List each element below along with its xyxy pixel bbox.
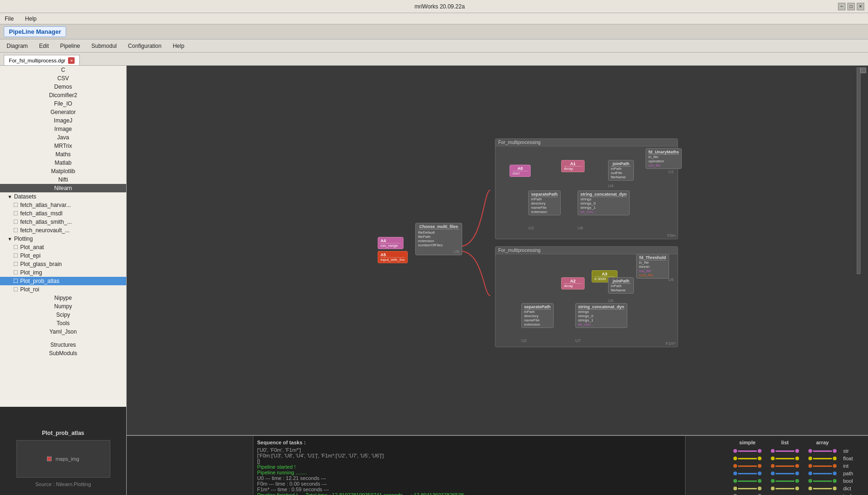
sidebar-item-fileio[interactable]: File_IO — [0, 99, 126, 108]
scroll-corner — [860, 68, 866, 73]
sidebar-item-matplotlib[interactable]: Matplotlib — [0, 167, 126, 175]
group-top: For_multiprocessing F0m A0 start A1 Arra… — [495, 138, 678, 239]
legend-path-label: path — [841, 471, 860, 476]
sidebar-preview-source: Source : Nilearn.Plotting — [35, 481, 91, 487]
node-u4-label: U4 — [608, 183, 614, 188]
window-title: mriWorks 20.09.22a — [41, 3, 838, 10]
sidebar-item-plot-epi[interactable]: ☐ Plot_epi — [0, 251, 126, 260]
sidebar-item-submoduls[interactable]: SubModuls — [0, 349, 126, 358]
sidebar-item-scipy[interactable]: Scipy — [0, 311, 126, 319]
toolbar-diagram[interactable]: Diagram — [4, 42, 30, 50]
node-separatepath-bottom[interactable]: separatePath inPath directory nameFile e… — [521, 303, 554, 328]
node-a4[interactable]: A4 csv_range — [378, 237, 404, 249]
sidebar-item-structures[interactable]: Structures — [0, 341, 126, 349]
sidebar-item-nifti[interactable]: Nifti — [0, 175, 126, 184]
sidebar-item-csv[interactable]: CSV — [0, 74, 126, 83]
node-choose-multi-files[interactable]: Choose_multi_files fileDefault filePath … — [415, 223, 462, 255]
sidebar-item-nilearn[interactable]: Nilearn — [0, 184, 126, 192]
tab-close-button[interactable]: × — [68, 57, 75, 64]
node-separatepath-top[interactable]: separatePath inPath directory nameFile e… — [528, 190, 561, 215]
node-joinpath-top[interactable]: joinPath inPath outFile fileName — [608, 160, 634, 181]
file-icon4: ☐ — [13, 227, 18, 234]
sidebar-item-fetch-neurovault[interactable]: ☐ fetch_neurovault_... — [0, 226, 126, 235]
legend-float-label: float — [841, 456, 860, 461]
sidebar-plotting-group[interactable]: ▼ Plotting — [0, 235, 126, 243]
minimize-button[interactable]: − — [838, 3, 845, 10]
sidebar-item-yaml-json[interactable]: Yaml_Json — [0, 327, 126, 336]
sidebar-datasets-group[interactable]: ▼ Datasets — [0, 192, 126, 201]
legend-bool-label: bool — [841, 478, 860, 484]
node-joinpath-bottom[interactable]: joinPath inPath fileName — [608, 277, 634, 294]
window-controls[interactable]: − □ × — [838, 3, 864, 10]
menu-file[interactable]: File — [2, 15, 16, 23]
legend-int-label: int — [841, 463, 860, 469]
log-line-pipeline-finished: Pipeline finished ! --- Total time : 12.… — [257, 492, 681, 495]
node-fd-threshold[interactable]: fd_Threshold in_file thresh out_file con… — [636, 254, 669, 279]
toolbar-configuration[interactable]: Configuration — [125, 42, 164, 50]
toolbar-pipeline[interactable]: Pipeline — [57, 42, 83, 50]
close-button[interactable]: × — [857, 3, 864, 10]
sidebar-item-matlab[interactable]: Matlab — [0, 159, 126, 167]
sidebar-item-plot-prob-atlas[interactable]: ☐ Plot_prob_atlas — [0, 277, 126, 285]
toolbar-help[interactable]: Help — [170, 42, 187, 50]
legend-header-array: array — [804, 440, 841, 445]
sidebar-item-imagej[interactable]: ImageJ — [0, 116, 126, 125]
log-line-pipeline-running: Pipeline running ........ — [257, 470, 681, 475]
log-line-0: ['U0', 'F0m', 'F1m*'] — [257, 447, 681, 453]
maximize-button[interactable]: □ — [847, 3, 855, 10]
sidebar-item-java[interactable]: Java — [0, 133, 126, 142]
sidebar-item-numpy[interactable]: Numpy — [0, 302, 126, 311]
sidebar-item-plot-anat[interactable]: ☐ Plot_anat — [0, 243, 126, 251]
sidebar-item-demos[interactable]: Demos — [0, 83, 126, 91]
node-fd-unarymaths[interactable]: fd_UnaryMaths in_file operation out_file — [646, 148, 682, 169]
file-icon6: ☐ — [13, 252, 18, 259]
node-string-concat-bottom[interactable]: string_concatenat_dyn strings strings_0 … — [575, 303, 627, 328]
node-string-concat-top[interactable]: string_concatenat_dyn strings strings_0 … — [578, 190, 630, 215]
sidebar-item-nipype[interactable]: Nipype — [0, 294, 126, 302]
sidebar-item-fetch-atlas-harvar[interactable]: ☐ fetch_atlas_harvar... — [0, 201, 126, 209]
toolbar-submodul[interactable]: Submodul — [89, 42, 120, 50]
pipeline-canvas-area[interactable]: For_multiprocessing F0m A0 start A1 Arra… — [127, 66, 868, 435]
sidebar-item-fetch-atlas-msdl[interactable]: ☐ fetch_atlas_msdl — [0, 209, 126, 218]
scrollbar-vertical[interactable] — [857, 68, 860, 274]
toolbar-edit[interactable]: Edit — [36, 42, 52, 50]
legend-tuple-label: tuple — [841, 493, 860, 495]
node-u1-label: U1 — [668, 169, 674, 174]
tab-main[interactable]: For_fsl_multiprocess.dgr × — [4, 55, 80, 65]
sidebar-item-plot-glass-brain[interactable]: ☐ Plot_glass_brain — [0, 260, 126, 268]
sidebar-item-irmage[interactable]: Irmage — [0, 125, 126, 133]
node-a1-array[interactable]: A1 Array — [561, 160, 585, 172]
sidebar-item-c[interactable]: C — [0, 66, 126, 74]
node-preview-box: maps_img — [16, 440, 110, 478]
sidebar-item-mrtrix[interactable]: MRTrix — [0, 142, 126, 150]
legend-panel: simple list array — [685, 436, 868, 495]
sidebar: C CSV Demos Dicomifier2 File_IO Generato… — [0, 66, 127, 495]
sidebar-item-tools[interactable]: Tools — [0, 319, 126, 327]
menu-help[interactable]: Help — [22, 15, 39, 23]
file-icon2: ☐ — [13, 210, 18, 217]
sidebar-item-fetch-atlas-smith[interactable]: ☐ fetch_atlas_smith_... — [0, 218, 126, 226]
node-a0-start[interactable]: A0 start — [510, 165, 531, 177]
group-top-label: F0m — [667, 233, 676, 238]
node-u3-label: U3 — [528, 226, 534, 230]
sidebar-item-plot-img[interactable]: ☐ Plot_img — [0, 268, 126, 277]
log-line-2: [] — [257, 458, 681, 464]
node-a2-array[interactable]: A2 Array — [561, 277, 585, 289]
node-a5[interactable]: A5 input_with_foo — [378, 251, 408, 263]
app-title[interactable]: PipeLine Manager — [4, 26, 66, 37]
tabbar: For_fsl_multiprocess.dgr × — [0, 53, 868, 66]
log-line-pipeline-started: Pipeline started ! — [257, 464, 681, 470]
menubar: File Help — [0, 13, 868, 24]
sidebar-item-plot-roi[interactable]: ☐ Plot_roi — [0, 285, 126, 294]
node-u6b-label: U6 — [668, 277, 674, 282]
sequence-label: Sequence of tasks : — [257, 440, 681, 445]
sidebar-item-maths[interactable]: Maths — [0, 150, 126, 159]
plotting-label: Plotting — [14, 236, 33, 242]
log-panel: Sequence of tasks : ['U0', 'F0m', 'F1m*'… — [253, 436, 685, 495]
sidebar-item-dicomifier2[interactable]: Dicomifier2 — [0, 91, 126, 99]
legend-str-label: str — [841, 448, 860, 454]
file-icon: ☐ — [13, 202, 18, 208]
sidebar-item-generator[interactable]: Generator — [0, 108, 126, 116]
file-icon8: ☐ — [13, 269, 18, 276]
main-layout: C CSV Demos Dicomifier2 File_IO Generato… — [0, 66, 868, 495]
